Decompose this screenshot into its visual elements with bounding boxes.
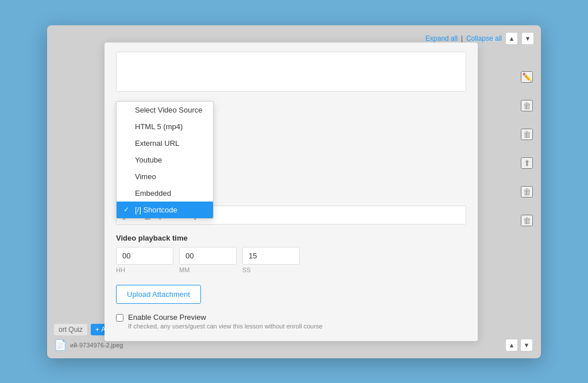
top-bar: Expand all | Collapse all ▲ ▼ [425, 32, 534, 45]
course-preview-checkbox[interactable] [116, 314, 123, 322]
description-textarea[interactable] [116, 52, 466, 92]
minutes-field-group: MM [179, 247, 237, 273]
right-actions: ✏️ 🗑 🗑 ⬆ 🗑 🗑 [521, 71, 533, 226]
playback-section-label: Video playback time [116, 234, 466, 242]
outer-window: Expand all | Collapse all ▲ ▼ ✏️ 🗑 🗑 ⬆ 🗑… [47, 25, 541, 358]
chevron-down-btn[interactable]: ▼ [521, 32, 534, 45]
course-preview-row: Enable Course Preview If checked, any us… [116, 313, 466, 330]
dropdown-item-vimeo[interactable]: Vimeo [117, 168, 213, 185]
seconds-input[interactable] [242, 247, 300, 265]
dropdown-item-select-video-source[interactable]: Select Video Source [117, 102, 213, 118]
seconds-field-group: SS [242, 247, 300, 273]
file-icon: 📄 [54, 339, 67, 351]
edit-icon-btn[interactable]: ✏️ [521, 71, 533, 83]
bottom-chevron-up[interactable]: ▲ [505, 339, 518, 351]
dropdown-item-html5[interactable]: HTML 5 (mp4) [117, 118, 213, 135]
mm-label: MM [179, 266, 237, 273]
delete-icon-btn-4[interactable]: 🗑 [521, 215, 533, 226]
dropdown-menu: Select Video Source HTML 5 (mp4) Externa… [116, 101, 214, 219]
check-icon-6: ✓ [123, 206, 131, 214]
quiz-tab[interactable]: ort Quiz [54, 324, 87, 335]
course-preview-label: Enable Course Preview [128, 313, 323, 322]
file-name: ий-9734976-2.jpeg [70, 342, 123, 349]
modal-panel: Select Video Source HTML 5 (mp4) Externa… [105, 42, 478, 341]
ss-label: SS [242, 266, 300, 273]
dropdown-row: Select Video Source HTML 5 (mp4) Externa… [116, 101, 466, 198]
course-preview-hint: If checked, any users/guest can view thi… [128, 323, 323, 330]
collapse-all-link[interactable]: Collapse all [466, 34, 502, 42]
hours-field-group: HH [116, 247, 173, 273]
hours-input[interactable] [116, 247, 173, 265]
plus-icon: + [95, 326, 99, 334]
delete-icon-btn-3[interactable]: 🗑 [521, 186, 533, 198]
time-inputs: HH MM SS [116, 247, 466, 273]
dropdown-item-external-url[interactable]: External URL [117, 135, 213, 152]
upload-icon-btn[interactable]: ⬆ [521, 157, 533, 169]
bottom-right-chevrons: ▲ ▼ [505, 339, 533, 351]
delete-icon-btn-2[interactable]: 🗑 [521, 129, 533, 140]
dropdown-item-shortcode[interactable]: ✓ [/] Shortcode [117, 202, 213, 218]
minutes-input[interactable] [179, 247, 237, 265]
hh-label: HH [116, 266, 173, 273]
dropdown-item-embedded[interactable]: Embedded [117, 185, 213, 202]
delete-icon-btn-1[interactable]: 🗑 [521, 100, 533, 111]
dropdown-item-youtube[interactable]: Youtube [117, 152, 213, 168]
expand-all-link[interactable]: Expand all [425, 34, 458, 42]
bottom-chevron-down[interactable]: ▼ [520, 339, 533, 351]
chevron-up-btn[interactable]: ▲ [505, 32, 518, 45]
upload-attachment-button[interactable]: Upload Attachment [116, 285, 201, 304]
separator: | [461, 34, 463, 42]
course-preview-label-group: Enable Course Preview If checked, any us… [128, 313, 323, 330]
